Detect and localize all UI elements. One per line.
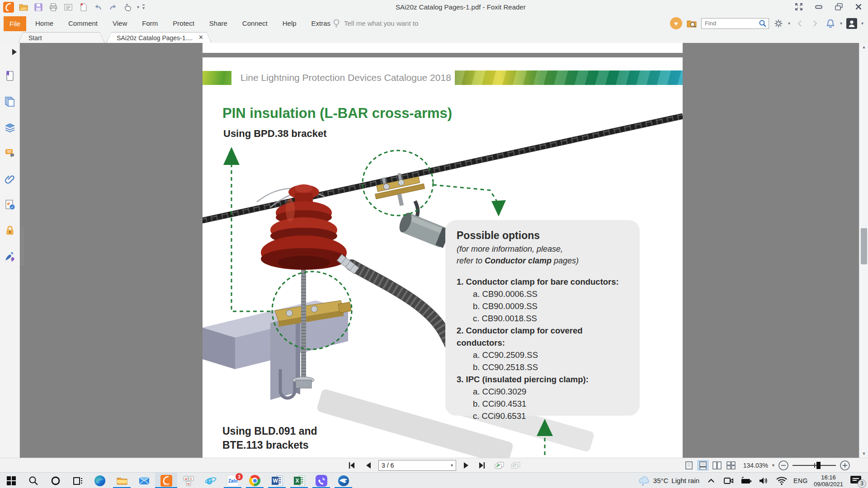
like-icon[interactable]: ♥ (670, 17, 682, 29)
bookmarks-panel-icon[interactable] (3, 69, 17, 83)
layers-panel-icon[interactable] (3, 121, 17, 134)
print-icon[interactable] (47, 1, 59, 13)
gear-icon[interactable] (773, 18, 784, 29)
vertical-scrollbar[interactable]: ▲ ▼ (859, 43, 868, 458)
battery-icon[interactable] (741, 475, 752, 487)
zoom-caret-icon[interactable]: ▾ (772, 463, 774, 468)
file-menu-button[interactable]: File (4, 16, 26, 31)
zoom-out-icon[interactable] (778, 460, 789, 471)
search-icon[interactable] (759, 19, 767, 28)
viber-icon[interactable] (310, 473, 332, 488)
weather-widget[interactable]: 35°C Light rain (637, 475, 699, 487)
edge-icon[interactable] (89, 473, 111, 488)
minimize-icon[interactable] (812, 1, 826, 13)
fullscreen-icon[interactable] (792, 1, 806, 13)
save-icon[interactable] (33, 1, 44, 13)
hand-tool-caret-icon[interactable]: ▾ (137, 5, 139, 9)
meet-now-icon[interactable] (723, 475, 735, 487)
zoom-slider[interactable] (793, 462, 836, 469)
excel-icon[interactable]: X (288, 473, 310, 488)
tab-start[interactable]: Start (18, 32, 105, 43)
page-box-caret-icon[interactable]: ▾ (451, 463, 453, 468)
tab-close-icon[interactable]: ✕ (198, 34, 203, 41)
menu-connect[interactable]: Connect (242, 19, 268, 27)
menu-form[interactable]: Form (142, 19, 158, 27)
tell-me-search[interactable]: Tell me what you want to (332, 19, 418, 28)
new-document-icon[interactable]: * (77, 1, 89, 13)
foxit-taskbar-icon[interactable]: PDF (155, 473, 177, 488)
mail-icon[interactable] (133, 473, 155, 488)
clock[interactable]: 16:16 09/08/2021 (814, 474, 843, 488)
gear-caret-icon[interactable]: ▾ (788, 21, 790, 26)
search-button[interactable] (22, 473, 44, 488)
signature-panel-icon[interactable]: e (3, 198, 17, 211)
start-button[interactable] (0, 473, 22, 488)
zalo-icon[interactable]: Zalo3 (222, 473, 244, 488)
ie-icon[interactable]: e (199, 473, 222, 488)
cortana-button[interactable] (44, 473, 66, 488)
bell-caret-icon[interactable]: ▾ (840, 21, 842, 26)
undo-icon[interactable] (92, 1, 104, 13)
tab-document[interactable]: SAi20z Catalog Pages-1.... ✕ (106, 32, 212, 43)
panel-resize-handle[interactable] (20, 227, 24, 265)
menu-comment[interactable]: Comment (68, 19, 98, 27)
menu-help[interactable]: Help (283, 19, 297, 27)
options-subitem: b. CB90.0009.SS (457, 300, 631, 312)
menu-home[interactable]: Home (35, 19, 53, 27)
security-panel-icon[interactable] (3, 224, 17, 237)
forward-icon[interactable] (809, 18, 821, 29)
page-subtitle: Using BPD.38 bracket (223, 128, 327, 140)
continuous-view-icon[interactable] (698, 460, 708, 470)
next-page-icon[interactable] (461, 460, 472, 471)
wifi-icon[interactable] (776, 475, 788, 487)
back-icon[interactable] (794, 18, 806, 29)
page-number-input[interactable] (382, 462, 451, 469)
customize-toolbar-icon[interactable]: ▾ (142, 5, 145, 10)
last-page-icon[interactable] (477, 460, 489, 471)
thunderbird-icon[interactable] (332, 473, 354, 488)
scrollbar-thumb[interactable] (861, 228, 867, 264)
menu-share[interactable]: Share (209, 19, 227, 27)
scroll-down-icon[interactable]: ▼ (859, 450, 868, 458)
find-box (701, 18, 769, 29)
first-page-icon[interactable] (346, 460, 358, 471)
tray-chevron-icon[interactable] (705, 475, 717, 487)
previous-view-icon[interactable] (493, 460, 505, 471)
attachments-panel-icon[interactable] (3, 172, 17, 186)
menu-protect[interactable]: Protect (173, 19, 194, 27)
notifications-bell-icon[interactable] (825, 18, 836, 29)
menu-view[interactable]: View (113, 19, 127, 27)
unikey-icon[interactable]: uin (177, 473, 199, 488)
find-input[interactable] (705, 20, 759, 27)
redo-icon[interactable] (107, 1, 119, 13)
comments-panel-icon[interactable] (3, 146, 17, 160)
word-icon[interactable]: W (266, 473, 288, 488)
language-indicator[interactable]: ENG (793, 477, 808, 484)
account-avatar[interactable] (846, 18, 858, 29)
zoom-in-icon[interactable] (839, 460, 851, 471)
continuous-facing-view-icon[interactable] (726, 460, 736, 470)
next-view-icon[interactable] (509, 460, 521, 471)
facing-view-icon[interactable] (712, 460, 722, 470)
hand-tool-icon[interactable] (122, 1, 134, 13)
notification-center-icon[interactable]: 3 (849, 475, 864, 487)
single-page-view-icon[interactable] (684, 460, 694, 470)
email-icon[interactable] (62, 1, 74, 13)
volume-icon[interactable] (758, 475, 770, 487)
avatar-caret-icon[interactable]: ▾ (861, 21, 863, 26)
restore-icon[interactable] (832, 1, 845, 13)
sign-panel-icon[interactable] (3, 249, 17, 263)
task-view-button[interactable] (66, 473, 89, 488)
pages-panel-icon[interactable] (3, 95, 17, 108)
file-explorer-icon[interactable] (111, 473, 133, 488)
bottom-heading: Using BLD.091 and BTE.113 brackets (222, 424, 317, 452)
open-file-icon[interactable] (18, 1, 29, 13)
previous-page-icon[interactable] (362, 460, 374, 471)
expand-panel-icon[interactable] (12, 49, 17, 55)
menu-extras[interactable]: Extras (311, 19, 331, 27)
chrome-icon[interactable] (244, 473, 266, 488)
zoom-slider-thumb[interactable] (816, 462, 821, 469)
close-icon[interactable] (852, 1, 865, 13)
folder-search-icon[interactable] (686, 18, 698, 29)
scroll-up-icon[interactable]: ▲ (859, 43, 868, 51)
